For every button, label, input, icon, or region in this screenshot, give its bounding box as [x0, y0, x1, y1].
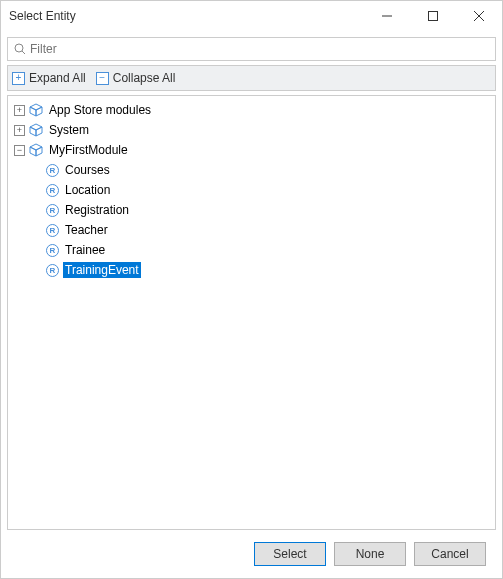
expand-all-label: Expand All: [29, 71, 86, 85]
tree-toolbar: + Expand All − Collapse All: [7, 65, 496, 91]
module-icon: [29, 143, 43, 157]
tree-entity-node[interactable]: R Courses: [10, 160, 493, 180]
titlebar: Select Entity: [1, 1, 502, 31]
minimize-button[interactable]: [364, 1, 410, 31]
window-controls: [364, 1, 502, 31]
entity-label: Teacher: [63, 222, 110, 238]
minimize-icon: [382, 11, 392, 21]
cancel-button[interactable]: Cancel: [414, 542, 486, 566]
module-icon: [29, 103, 43, 117]
dialog-content: + Expand All − Collapse All + App Store …: [1, 31, 502, 578]
module-label: App Store modules: [47, 102, 153, 118]
maximize-icon: [428, 11, 438, 21]
entity-icon: R: [46, 264, 59, 277]
tree-module-node[interactable]: + System: [10, 120, 493, 140]
entity-icon: R: [46, 244, 59, 257]
entity-icon: R: [46, 204, 59, 217]
filter-input[interactable]: [30, 42, 489, 56]
entity-label: Trainee: [63, 242, 107, 258]
tree-module-node[interactable]: + App Store modules: [10, 100, 493, 120]
entity-label: Courses: [63, 162, 112, 178]
expand-all-button[interactable]: + Expand All: [12, 71, 86, 85]
tree-entity-node[interactable]: R Registration: [10, 200, 493, 220]
collapse-all-button[interactable]: − Collapse All: [96, 71, 176, 85]
expand-icon: +: [12, 72, 25, 85]
module-label: MyFirstModule: [47, 142, 130, 158]
select-button[interactable]: Select: [254, 542, 326, 566]
entity-label: TrainingEvent: [63, 262, 141, 278]
expander-icon[interactable]: −: [14, 145, 25, 156]
collapse-all-label: Collapse All: [113, 71, 176, 85]
entity-icon: R: [46, 184, 59, 197]
module-label: System: [47, 122, 91, 138]
entity-icon: R: [46, 164, 59, 177]
expander-icon[interactable]: +: [14, 105, 25, 116]
filter-searchbox[interactable]: [7, 37, 496, 61]
close-button[interactable]: [456, 1, 502, 31]
svg-point-4: [15, 44, 23, 52]
entity-label: Registration: [63, 202, 131, 218]
tree-entity-node[interactable]: R TrainingEvent: [10, 260, 493, 280]
tree-entity-node[interactable]: R Trainee: [10, 240, 493, 260]
entity-tree[interactable]: + App Store modules + System − MyFirstMo…: [7, 95, 496, 530]
search-icon: [14, 43, 26, 55]
entity-icon: R: [46, 224, 59, 237]
entity-label: Location: [63, 182, 112, 198]
tree-module-node[interactable]: − MyFirstModule: [10, 140, 493, 160]
tree-entity-node[interactable]: R Teacher: [10, 220, 493, 240]
none-button[interactable]: None: [334, 542, 406, 566]
tree-entity-node[interactable]: R Location: [10, 180, 493, 200]
expander-icon[interactable]: +: [14, 125, 25, 136]
dialog-footer: Select None Cancel: [7, 530, 496, 578]
close-icon: [474, 11, 484, 21]
window-title: Select Entity: [9, 9, 364, 23]
svg-rect-1: [429, 12, 438, 21]
svg-line-5: [22, 51, 25, 54]
collapse-icon: −: [96, 72, 109, 85]
maximize-button[interactable]: [410, 1, 456, 31]
module-icon: [29, 123, 43, 137]
